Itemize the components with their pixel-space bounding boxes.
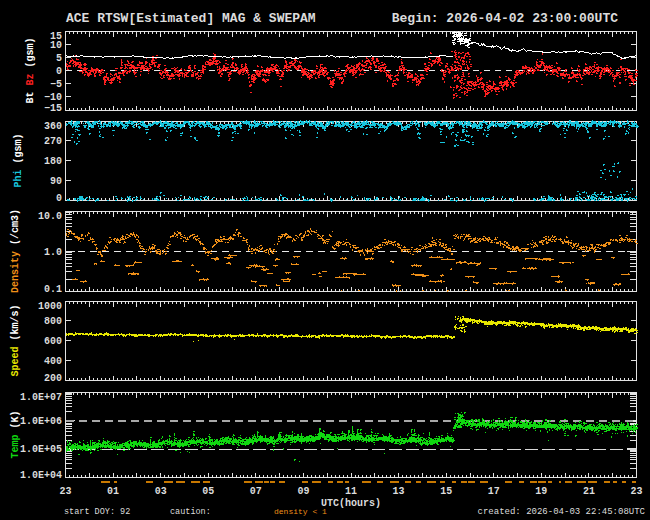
svg-text:Begin: 2026-04-02 23:00:00UTC: Begin: 2026-04-02 23:00:00UTC — [392, 11, 618, 26]
svg-text:0: 0 — [56, 66, 62, 77]
svg-text:23: 23 — [59, 486, 71, 497]
svg-text:−5: −5 — [50, 79, 62, 90]
svg-text:ACE RTSW[Estimated] MAG & SWEP: ACE RTSW[Estimated] MAG & SWEPAM — [66, 11, 316, 26]
svg-text:11: 11 — [345, 486, 357, 497]
svg-text:03: 03 — [155, 486, 167, 497]
svg-text:400: 400 — [44, 356, 62, 367]
svg-text:10: 10 — [50, 40, 62, 51]
svg-text:800: 800 — [44, 316, 62, 327]
svg-text:15: 15 — [440, 486, 452, 497]
svg-text:01: 01 — [107, 486, 119, 497]
svg-text:17: 17 — [488, 486, 500, 497]
svg-text:0: 0 — [56, 193, 62, 204]
svg-text:caution:: caution: — [170, 507, 211, 517]
svg-text:created: 2026-04-03 22:45:08UT: created: 2026-04-03 22:45:08UTC — [478, 507, 646, 517]
svg-text:10.0: 10.0 — [38, 211, 62, 222]
svg-text:600: 600 — [44, 336, 62, 347]
svg-text:21: 21 — [583, 486, 595, 497]
svg-text:Temp (K): Temp (K) — [10, 410, 21, 458]
svg-text:360: 360 — [44, 121, 62, 132]
svg-text:19: 19 — [535, 486, 547, 497]
svg-text:5: 5 — [56, 53, 62, 64]
svg-text:Phi (gsm): Phi (gsm) — [13, 133, 24, 187]
svg-text:1.0E+07: 1.0E+07 — [20, 392, 62, 403]
svg-text:13: 13 — [393, 486, 405, 497]
svg-text:180: 180 — [44, 156, 62, 167]
svg-text:start DOY: 92: start DOY: 92 — [64, 507, 130, 517]
svg-text:1.0E+04: 1.0E+04 — [20, 470, 62, 481]
svg-text:Speed (km/s): Speed (km/s) — [10, 304, 21, 376]
svg-text:90: 90 — [50, 176, 62, 187]
svg-text:0.1: 0.1 — [44, 284, 62, 295]
svg-text:1000: 1000 — [38, 301, 62, 312]
svg-text:1.0: 1.0 — [44, 247, 62, 258]
svg-text:270: 270 — [44, 136, 62, 147]
svg-text:−15: −15 — [44, 103, 62, 114]
svg-text:density < 1: density < 1 — [274, 507, 327, 516]
svg-text:Density (/cm3): Density (/cm3) — [10, 209, 21, 293]
svg-text:23: 23 — [630, 486, 642, 497]
svg-text:1.0E+05: 1.0E+05 — [20, 444, 62, 455]
svg-text:UTC(hours): UTC(hours) — [321, 498, 381, 509]
svg-text:07: 07 — [250, 486, 262, 497]
svg-text:Bt Bz (gsm): Bt Bz (gsm) — [25, 37, 36, 103]
svg-text:05: 05 — [202, 486, 214, 497]
svg-text:1.0E+06: 1.0E+06 — [20, 416, 62, 427]
svg-text:−10: −10 — [44, 92, 62, 103]
svg-text:200: 200 — [44, 373, 62, 384]
svg-text:09: 09 — [297, 486, 309, 497]
